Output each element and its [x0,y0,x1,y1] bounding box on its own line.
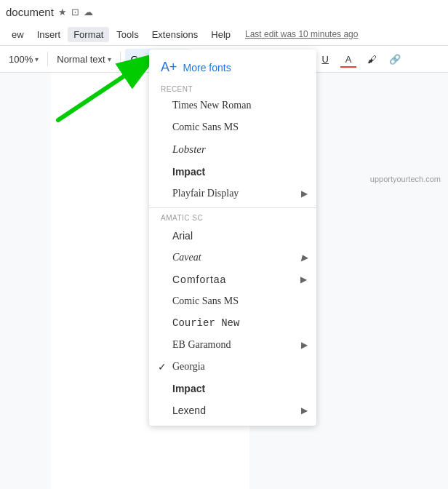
menu-item-tools[interactable]: Tools [111,27,144,42]
font-item-courier-new[interactable]: Courier New [149,312,316,334]
dropdown-separator [149,207,316,208]
toolbar-divider-1 [47,52,48,66]
lexend-submenu-arrow: ▶ [301,405,308,416]
georgia-check: ✓ [158,361,167,373]
font-dropdown: A+ More fonts RECENT Times New Roman Com… [149,49,316,426]
font-item-comic-sans-ms[interactable]: Comic Sans MS [149,116,316,138]
cloud-icon: ☁ [84,7,93,17]
toolbar-divider-2 [120,52,121,66]
left-margin [0,73,51,489]
font-item-arial[interactable]: Arial [149,225,316,247]
all-fonts-section-label: AMATIC SC [149,211,316,225]
recent-section-label: RECENT [149,81,316,95]
link-btn[interactable]: 🔗 [385,49,405,69]
style-selector[interactable]: Normal text ▾ [52,49,115,69]
ebgaramond-submenu-arrow: ▶ [301,340,308,351]
font-item-comfortaa[interactable]: Comfortaa ▶ [149,269,316,290]
menu-item-extensions[interactable]: Extensions [146,27,204,42]
playfair-submenu-arrow: ▶ [301,188,308,199]
menu-item-ew[interactable]: ew [6,27,30,42]
title-bar: document ★ ⊡ ☁ [0,0,448,23]
drive-icon: ⊡ [71,7,79,17]
star-icon[interactable]: ★ [58,7,67,17]
font-item-caveat[interactable]: Caveat ▶ [149,247,316,269]
highlight-btn[interactable]: 🖌 [361,49,382,69]
menu-item-help[interactable]: Help [205,27,236,42]
style-chevron: ▾ [108,55,111,63]
watermark: upportyourtech.com [370,175,441,183]
menu-item-format[interactable]: Format [68,27,109,42]
zoom-selector[interactable]: 100% ▾ [4,49,43,69]
zoom-value: 100% [9,54,33,65]
font-item-lobster[interactable]: Lobster [149,138,316,161]
font-color-btn[interactable]: A [338,49,359,69]
font-item-georgia[interactable]: ✓ Georgia [149,356,316,378]
font-item-impact[interactable]: Impact [149,161,316,183]
underline-btn[interactable]: U [315,49,335,69]
font-item-eb-garamond[interactable]: EB Garamond ▶ [149,334,316,356]
font-item-impact-2[interactable]: Impact [149,378,316,399]
style-value: Normal text [57,54,105,65]
font-item-playfair-display[interactable]: Playfair Display ▶ [149,183,316,204]
more-fonts-label: More fonts [183,62,231,73]
more-fonts-item[interactable]: A+ More fonts [149,54,316,81]
menu-bar: ew Insert Format Tools Extensions Help L… [0,23,448,45]
font-item-lexend[interactable]: Lexend ▶ [149,399,316,421]
font-item-times-new-roman[interactable]: Times New Roman [149,95,316,116]
last-edit-label[interactable]: Last edit was 10 minutes ago [245,29,358,39]
font-item-comic-sans-ms-2[interactable]: Comic Sans MS [149,290,316,312]
comfortaa-submenu-arrow: ▶ [300,274,308,285]
zoom-chevron: ▾ [35,55,39,63]
caveat-submenu-arrow: ▶ [301,253,308,263]
more-fonts-icon: A+ [161,60,177,75]
doc-title[interactable]: document [6,6,54,18]
menu-item-insert[interactable]: Insert [31,27,67,42]
